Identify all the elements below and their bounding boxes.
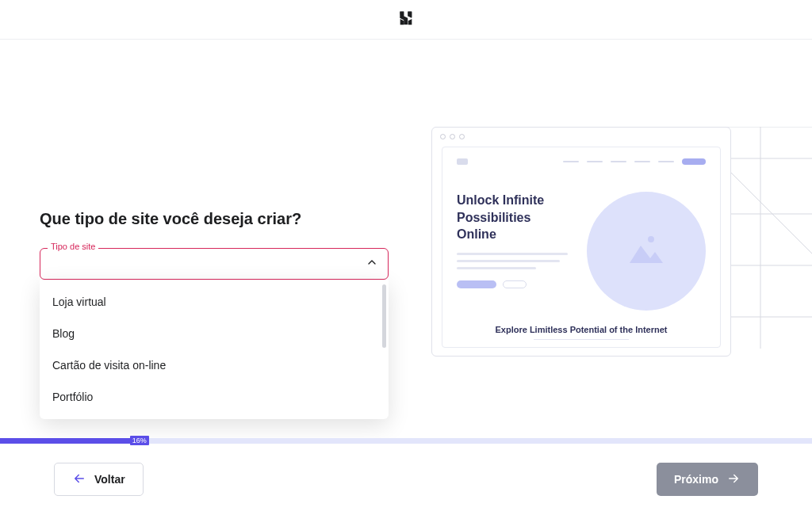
- arrow-right-icon: [726, 471, 741, 488]
- mock-headline: Unlock Infinite Possibilities Online: [457, 192, 573, 243]
- image-placeholder-icon: [630, 235, 663, 263]
- form-panel: Que tipo de site você deseja criar? Tipo…: [40, 40, 389, 280]
- back-button[interactable]: Voltar: [54, 463, 144, 496]
- mock-secondary-button: [503, 280, 527, 288]
- mock-nav-cta: [682, 158, 706, 165]
- mock-hero: Unlock Infinite Possibilities Online: [457, 192, 706, 311]
- browser-dot-icon: [450, 134, 455, 139]
- browser-page: Unlock Infinite Possibilities Online: [442, 147, 721, 348]
- browser-dot-icon: [459, 134, 465, 139]
- mock-body-lines: [457, 253, 573, 269]
- main-content: Que tipo de site você deseja criar? Tipo…: [0, 40, 812, 444]
- form-question: Que tipo de site você deseja criar?: [40, 210, 389, 228]
- svg-point-8: [648, 236, 654, 242]
- onboarding-progress-label: 16%: [130, 436, 149, 445]
- next-button-label: Próximo: [674, 473, 718, 486]
- back-button-label: Voltar: [94, 473, 125, 486]
- mock-text-line: [457, 267, 536, 269]
- chevron-up-icon: [366, 256, 378, 272]
- app-header: [0, 0, 812, 40]
- wizard-footer: Voltar Próximo: [0, 448, 812, 511]
- site-type-option[interactable]: Cartão de visita on-line: [40, 349, 389, 381]
- site-preview-illustration: Unlock Infinite Possibilities Online: [431, 127, 780, 357]
- mock-nav-link: [563, 161, 579, 162]
- site-type-option[interactable]: Blog: [40, 318, 389, 349]
- site-type-input[interactable]: [50, 257, 351, 270]
- hostinger-logo-icon: [397, 10, 415, 30]
- mock-primary-button: [457, 280, 496, 288]
- site-type-option[interactable]: Portfólio: [40, 381, 389, 413]
- browser-mock: Unlock Infinite Possibilities Online: [431, 127, 731, 357]
- onboarding-progress-fill: 16%: [0, 438, 130, 444]
- mock-nav-link: [634, 161, 650, 162]
- arrow-left-icon: [72, 471, 86, 488]
- site-type-field-wrap: Tipo de site Loja virtual Blog Cartão de…: [40, 248, 389, 280]
- mock-nav-link: [658, 161, 674, 162]
- site-type-combobox[interactable]: [40, 248, 389, 280]
- mock-nav: [457, 158, 706, 165]
- mock-nav-link: [611, 161, 626, 162]
- browser-dot-icon: [440, 134, 446, 139]
- next-button[interactable]: Próximo: [657, 463, 758, 496]
- mock-hero-image: [587, 192, 706, 311]
- mock-copy: Unlock Infinite Possibilities Online: [457, 192, 573, 288]
- mock-nav-links: [563, 158, 706, 165]
- site-type-option[interactable]: Loja virtual: [40, 286, 389, 318]
- dropdown-scrollbar[interactable]: [382, 284, 386, 348]
- browser-window-controls: [440, 134, 465, 139]
- mock-text-line: [457, 253, 568, 255]
- mock-text-line: [457, 260, 560, 262]
- site-type-label: Tipo de site: [48, 242, 98, 251]
- mock-nav-logo: [457, 158, 468, 165]
- site-type-dropdown: Loja virtual Blog Cartão de visita on-li…: [40, 280, 389, 419]
- mock-nav-link: [587, 161, 603, 162]
- mock-buttons: [457, 280, 573, 288]
- mock-subtitle: Explore Limitless Potential of the Inter…: [457, 325, 706, 334]
- onboarding-progress-track: 16%: [0, 438, 812, 444]
- mock-subtitle-underline: [534, 339, 629, 340]
